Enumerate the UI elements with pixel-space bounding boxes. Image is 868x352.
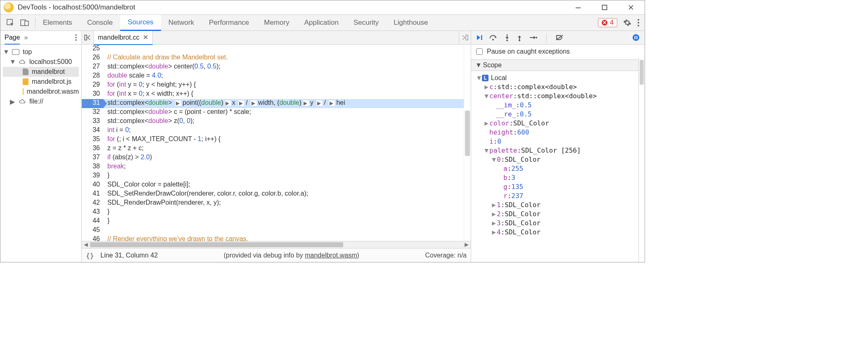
minimize-button[interactable] <box>570 2 586 13</box>
js-file-icon <box>23 78 28 85</box>
svg-point-9 <box>638 25 639 26</box>
code-line[interactable]: 43 } <box>82 208 464 217</box>
var-palette-0-b[interactable]: b: 3 <box>476 173 642 182</box>
tree-file-mandelbrot-wasm[interactable]: mandelbrot.wasm <box>3 87 79 97</box>
var-palette-0[interactable]: ▼0: SDL_Color <box>476 155 642 164</box>
tree-file-label: mandelbrot <box>32 68 65 76</box>
code-line[interactable]: 32 std::complex<double> c = (point - cen… <box>82 108 464 117</box>
deactivate-breakpoints-icon[interactable] <box>556 34 563 41</box>
code-line[interactable]: 25 <box>82 45 464 54</box>
code-line[interactable]: 36 z = z * z + c; <box>82 144 464 154</box>
tab-security[interactable]: Security <box>346 15 386 31</box>
var-palette-4[interactable]: ▶4: SDL_Color <box>476 228 642 237</box>
sidebar-tab-page[interactable]: Page <box>5 34 20 45</box>
editor-tabs: mandelbrot.cc ✕ <box>82 31 471 45</box>
var-height[interactable]: height: 600 <box>476 128 642 137</box>
step-out-icon[interactable] <box>517 34 522 41</box>
sidebar-kebab-icon[interactable] <box>75 34 77 41</box>
error-count: 4 <box>610 19 614 26</box>
debug-scrollbar[interactable] <box>638 57 645 262</box>
code-line[interactable]: 46 // Render everything we've drawn to t… <box>82 235 464 241</box>
var-palette-2[interactable]: ▶2: SDL_Color <box>476 210 642 219</box>
code-line[interactable]: 37 if (abs(z) > 2.0) <box>82 154 464 163</box>
close-tab-icon[interactable]: ✕ <box>143 33 148 41</box>
tree-file-scheme[interactable]: ▶ file:// <box>3 97 79 106</box>
scope-tree: ▼LLocal ▶c: std::complex<double> ▼center… <box>471 71 645 239</box>
nav-forward-icon[interactable] <box>459 31 471 44</box>
scope-section-head[interactable]: ▼ Scope <box>471 59 645 71</box>
cloud-icon <box>19 58 26 66</box>
tab-network[interactable]: Network <box>161 15 202 31</box>
step-into-icon[interactable] <box>504 34 510 41</box>
inspect-element-icon[interactable] <box>6 19 14 27</box>
vertical-scrollbar[interactable] <box>464 45 471 241</box>
close-button[interactable] <box>623 2 639 13</box>
var-c[interactable]: ▶c: std::complex<double> <box>476 83 642 92</box>
code-line[interactable]: 40 SDL_Color color = palette[i]; <box>82 181 464 190</box>
sidebar-more-chevron[interactable]: » <box>24 34 28 41</box>
svg-point-20 <box>519 40 520 41</box>
editor-tab-mandelbrot[interactable]: mandelbrot.cc ✕ <box>94 31 153 45</box>
cloud-icon <box>19 98 26 105</box>
var-palette-0-g[interactable]: g: 135 <box>476 182 642 191</box>
checkbox-icon[interactable] <box>476 48 483 55</box>
var-palette-3[interactable]: ▶3: SDL_Color <box>476 219 642 228</box>
svg-point-12 <box>75 39 77 41</box>
code-line[interactable]: 27 std::complex<double> center(0.5, 0.5)… <box>82 63 464 72</box>
cursor-position: Line 31, Column 42 <box>100 252 158 259</box>
var-color[interactable]: ▶color: SDL_Color <box>476 119 642 128</box>
device-toolbar-icon[interactable] <box>20 19 29 26</box>
code-line[interactable]: 29 for (int y = 0; y < height; y++) { <box>82 81 464 90</box>
var-palette-1[interactable]: ▶1: SDL_Color <box>476 201 642 210</box>
code-line[interactable]: 30 for (int x = 0; x < width; x++) { <box>82 90 464 99</box>
window-controls <box>570 2 642 13</box>
tab-sources[interactable]: Sources <box>120 15 161 31</box>
code-viewer[interactable]: 2526 // Calculate and draw the Mandelbro… <box>82 45 471 241</box>
code-line[interactable]: 45 <box>82 226 464 235</box>
code-line[interactable]: 34 int i = 0; <box>82 126 464 135</box>
tree-file-mandelbrot-js[interactable]: mandelbrot.js <box>3 77 79 87</box>
code-line[interactable]: 28 double scale = 4.0; <box>82 72 464 81</box>
code-line[interactable]: 41 SDL_SetRenderDrawColor(renderer, colo… <box>82 190 464 199</box>
code-line[interactable]: 39 } <box>82 172 464 181</box>
step-icon[interactable] <box>529 35 537 40</box>
var-palette-0-a[interactable]: a: 255 <box>476 164 642 173</box>
pretty-print-icon[interactable]: {} <box>86 252 94 260</box>
code-line[interactable]: 42 SDL_RenderDrawPoint(renderer, x, y); <box>82 199 464 208</box>
code-line[interactable]: 26 // Calculate and draw the Mandelbrot … <box>82 54 464 63</box>
resume-icon[interactable] <box>476 34 483 41</box>
step-over-icon[interactable] <box>489 34 498 41</box>
tab-console[interactable]: Console <box>80 15 120 31</box>
var-center-re[interactable]: __re_: 0.5 <box>476 110 642 119</box>
var-palette[interactable]: ▼palette: SDL_Color [256] <box>476 146 642 155</box>
error-badge[interactable]: ✕ 4 <box>598 18 617 27</box>
code-line[interactable]: 31 std::complex<double> ▶point((double)▶… <box>82 99 464 108</box>
svg-point-10 <box>75 34 77 36</box>
code-line[interactable]: 44 } <box>82 217 464 226</box>
var-i[interactable]: i: 0 <box>476 137 642 146</box>
more-menu-icon[interactable] <box>637 19 640 27</box>
settings-gear-icon[interactable] <box>623 19 631 27</box>
tree-host[interactable]: ▼ localhost:5000 <box>3 57 79 67</box>
tab-elements[interactable]: Elements <box>36 15 80 31</box>
maximize-button[interactable] <box>597 2 612 13</box>
tab-memory[interactable]: Memory <box>256 15 296 31</box>
pause-on-caught[interactable]: Pause on caught exceptions <box>471 45 645 59</box>
tab-lighthouse[interactable]: Lighthouse <box>386 15 435 31</box>
tree-top[interactable]: ▼ top <box>3 47 79 57</box>
code-line[interactable]: 33 std::complex<double> z(0, 0); <box>82 117 464 126</box>
horizontal-scrollbar[interactable]: ◄► <box>82 241 471 248</box>
tree-file-mandelbrot[interactable]: mandelbrot <box>3 67 79 77</box>
var-palette-0-r[interactable]: r: 237 <box>476 191 642 201</box>
tab-application[interactable]: Application <box>297 15 346 31</box>
var-center-im[interactable]: __im_: 0.5 <box>476 101 642 110</box>
window-title: DevTools - localhost:5000/mandelbrot <box>18 3 135 12</box>
var-center[interactable]: ▼center: std::complex<double> <box>476 92 642 101</box>
nav-back-icon[interactable] <box>82 31 94 44</box>
code-line[interactable]: 35 for (; i < MAX_ITER_COUNT - 1; i++) { <box>82 135 464 144</box>
debug-info-link[interactable]: mandelbrot.wasm <box>305 252 357 259</box>
scope-local[interactable]: ▼LLocal <box>476 73 642 83</box>
pause-on-exceptions-icon[interactable] <box>632 34 640 41</box>
code-line[interactable]: 38 break; <box>82 163 464 172</box>
tab-performance[interactable]: Performance <box>202 15 256 31</box>
